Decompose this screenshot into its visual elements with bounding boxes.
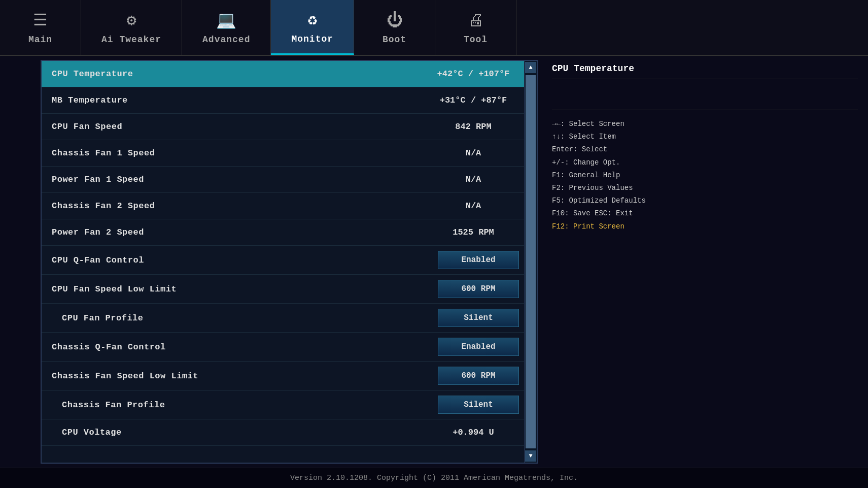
nav-tab-ai-tweaker[interactable]: ⚙Ai Tweaker xyxy=(81,0,182,55)
row-value-mb-temperature: +31°C / +87°F xyxy=(428,95,519,105)
nav-icon-monitor: ♻ xyxy=(307,10,317,30)
nav-label-monitor: Monitor xyxy=(291,34,333,44)
row-label-cpu-qfan-control: CPU Q-Fan Control xyxy=(52,255,144,265)
nav-tab-main[interactable]: ☰Main xyxy=(0,0,81,55)
row-label-chassis-fan-1-speed: Chassis Fan 1 Speed xyxy=(52,148,155,158)
settings-row-chassis-qfan-control[interactable]: Chassis Q-Fan ControlEnabled xyxy=(42,333,537,362)
nav-icon-tool: 🖨 xyxy=(468,11,484,30)
row-value-chassis-fan-speed-low-limit[interactable]: 600 RPM xyxy=(438,367,519,385)
help-line: F1: General Help xyxy=(552,169,858,182)
nav-icon-main: ☰ xyxy=(33,10,48,30)
info-panel: CPU Temperature →←: Select Screen↑↓: Sel… xyxy=(542,56,868,468)
help-line: →←: Select Screen xyxy=(552,118,858,131)
help-line: ↑↓: Select Item xyxy=(552,131,858,143)
settings-row-cpu-fan-speed[interactable]: CPU Fan Speed842 RPM xyxy=(42,114,537,140)
help-line: F2: Previous Values xyxy=(552,182,858,194)
nav-tab-boot[interactable]: ⏻Boot xyxy=(354,0,435,55)
settings-row-mb-temperature[interactable]: MB Temperature+31°C / +87°F xyxy=(42,87,537,114)
help-line: F12: Print Screen xyxy=(552,220,858,233)
row-value-cpu-fan-speed: 842 RPM xyxy=(428,122,519,132)
row-value-cpu-voltage: +0.994 U xyxy=(428,428,519,437)
row-label-cpu-temperature: CPU Temperature xyxy=(52,69,133,79)
row-value-chassis-fan-profile[interactable]: Silent xyxy=(438,396,519,414)
main-content: CPU Temperature+42°C / +107°FMB Temperat… xyxy=(0,56,868,468)
footer-bar: Version 2.10.1208. Copyright (C) 2011 Am… xyxy=(0,468,868,488)
settings-panel: CPU Temperature+42°C / +107°FMB Temperat… xyxy=(41,60,538,464)
row-label-chassis-qfan-control: Chassis Q-Fan Control xyxy=(52,342,166,352)
footer-text: Version 2.10.1208. Copyright (C) 2011 Am… xyxy=(290,474,578,482)
nav-tab-advanced[interactable]: 💻Advanced xyxy=(182,0,271,55)
help-line: Enter: Select xyxy=(552,143,858,156)
row-value-cpu-fan-profile[interactable]: Silent xyxy=(438,309,519,327)
nav-tab-tool[interactable]: 🖨Tool xyxy=(435,0,516,55)
help-line: F10: Save ESC: Exit xyxy=(552,207,858,220)
settings-row-chassis-fan-1-speed[interactable]: Chassis Fan 1 SpeedN/A xyxy=(42,140,537,167)
settings-row-power-fan-1-speed[interactable]: Power Fan 1 SpeedN/A xyxy=(42,167,537,193)
nav-label-tool: Tool xyxy=(464,35,488,45)
scroll-thumb[interactable] xyxy=(526,75,536,448)
scroll-up-arrow[interactable]: ▲ xyxy=(525,62,536,73)
nav-label-boot: Boot xyxy=(383,35,406,45)
row-label-chassis-fan-profile: Chassis Fan Profile xyxy=(52,400,165,410)
settings-row-chassis-fan-speed-low-limit[interactable]: Chassis Fan Speed Low Limit600 RPM xyxy=(42,362,537,391)
navigation-bar: ☰Main⚙Ai Tweaker💻Advanced♻Monitor⏻Boot🖨T… xyxy=(0,0,868,56)
scroll-down-arrow[interactable]: ▼ xyxy=(525,450,536,462)
settings-row-chassis-fan-profile[interactable]: Chassis Fan ProfileSilent xyxy=(42,391,537,419)
row-label-cpu-fan-speed-low-limit: CPU Fan Speed Low Limit xyxy=(52,284,177,294)
row-label-cpu-voltage: CPU Voltage xyxy=(52,428,122,437)
settings-row-cpu-fan-speed-low-limit[interactable]: CPU Fan Speed Low Limit600 RPM xyxy=(42,275,537,304)
nav-icon-ai-tweaker: ⚙ xyxy=(126,10,136,30)
help-line: +/-: Change Opt. xyxy=(552,156,858,169)
info-title: CPU Temperature xyxy=(552,63,858,79)
row-label-power-fan-2-speed: Power Fan 2 Speed xyxy=(52,227,144,237)
help-text: →←: Select Screen↑↓: Select ItemEnter: S… xyxy=(552,118,858,233)
settings-row-chassis-fan-2-speed[interactable]: Chassis Fan 2 SpeedN/A xyxy=(42,193,537,219)
settings-row-cpu-voltage[interactable]: CPU Voltage+0.994 U xyxy=(42,419,537,446)
nav-tab-monitor[interactable]: ♻Monitor xyxy=(271,0,354,55)
row-label-chassis-fan-speed-low-limit: Chassis Fan Speed Low Limit xyxy=(52,371,198,381)
row-value-cpu-temperature: +42°C / +107°F xyxy=(428,69,519,79)
scrollbar[interactable]: ▲ ▼ xyxy=(524,61,537,463)
settings-row-cpu-fan-profile[interactable]: CPU Fan ProfileSilent xyxy=(42,304,537,333)
row-value-power-fan-2-speed: 1525 RPM xyxy=(428,227,519,237)
help-line: F5: Optimized Defaults xyxy=(552,194,858,207)
settings-row-power-fan-2-speed[interactable]: Power Fan 2 Speed1525 RPM xyxy=(42,219,537,246)
row-value-power-fan-1-speed: N/A xyxy=(428,175,519,184)
row-value-cpu-fan-speed-low-limit[interactable]: 600 RPM xyxy=(438,280,519,298)
row-value-cpu-qfan-control[interactable]: Enabled xyxy=(438,251,519,269)
row-value-chassis-qfan-control[interactable]: Enabled xyxy=(438,338,519,356)
nav-label-ai-tweaker: Ai Tweaker xyxy=(101,35,161,45)
row-value-chassis-fan-1-speed: N/A xyxy=(428,148,519,158)
row-label-mb-temperature: MB Temperature xyxy=(52,95,128,105)
nav-label-advanced: Advanced xyxy=(202,35,250,45)
row-label-power-fan-1-speed: Power Fan 1 Speed xyxy=(52,175,144,184)
settings-row-cpu-qfan-control[interactable]: CPU Q-Fan ControlEnabled xyxy=(42,246,537,275)
nav-icon-boot: ⏻ xyxy=(387,11,403,30)
row-label-chassis-fan-2-speed: Chassis Fan 2 Speed xyxy=(52,201,155,211)
row-label-cpu-fan-profile: CPU Fan Profile xyxy=(52,313,144,323)
settings-row-cpu-temperature[interactable]: CPU Temperature+42°C / +107°F xyxy=(42,61,537,87)
help-divider xyxy=(552,110,858,110)
row-label-cpu-fan-speed: CPU Fan Speed xyxy=(52,122,122,132)
row-value-chassis-fan-2-speed: N/A xyxy=(428,201,519,211)
nav-icon-advanced: 💻 xyxy=(216,10,236,30)
nav-label-main: Main xyxy=(28,35,52,45)
